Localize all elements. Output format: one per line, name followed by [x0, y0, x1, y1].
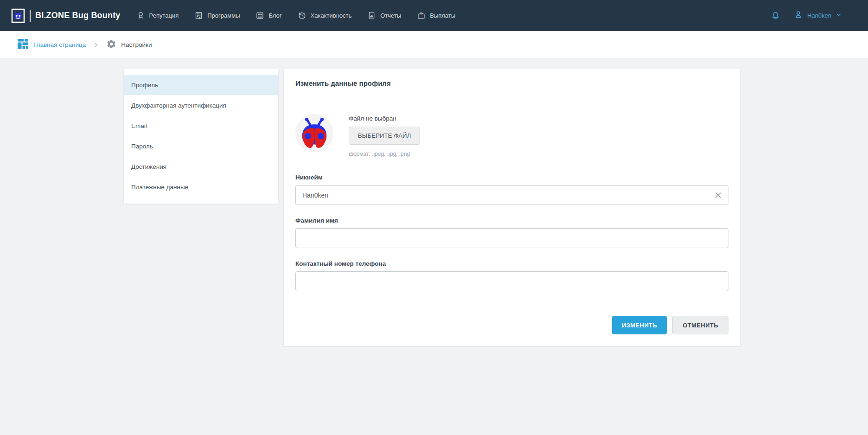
nav-item-payouts[interactable]: Выплаты: [417, 11, 455, 20]
fullname-label: Фамилия имя: [295, 217, 728, 224]
nickname-label: Никнейм: [295, 174, 728, 181]
file-format-hint: формат: .jpeg, .jpg, .png: [349, 151, 420, 157]
choose-file-button[interactable]: ВЫБЕРИТЕ ФАЙЛ: [349, 127, 420, 145]
newspaper-icon: [255, 11, 264, 20]
settings-layout: Профиль Двухфакторная аутентификация Ema…: [124, 69, 740, 346]
bug-logo-icon: [11, 8, 25, 23]
main-nav: Репутация Программы: [136, 11, 456, 20]
history-icon: [298, 11, 306, 20]
user-icon: [793, 10, 803, 21]
sidebar-item-payment-data[interactable]: Платежные данные: [124, 177, 278, 197]
submit-button[interactable]: ИЗМЕНИТЬ: [612, 316, 667, 334]
chevron-right-icon: [93, 42, 99, 48]
medal-icon: [136, 11, 145, 20]
dashboard-grid-icon: [17, 38, 29, 51]
nav-item-hacktivity[interactable]: Хакактивность: [298, 11, 352, 20]
file-upload-controls: Файл не выбран ВЫБЕРИТЕ ФАЙЛ формат: .jp…: [349, 114, 420, 157]
cancel-button[interactable]: ОТМЕНИТЬ: [672, 316, 728, 334]
sidebar-item-2fa[interactable]: Двухфакторная аутентификация: [124, 95, 278, 115]
brand-title: BI.ZONE Bug Bounty: [35, 11, 121, 20]
avatar-upload-row: Файл не выбран ВЫБЕРИТЕ ФАЙЛ формат: .jp…: [295, 114, 728, 157]
breadcrumb-home-label: Главная страница: [33, 41, 86, 48]
profile-settings-card: Изменить данные профиля: [284, 69, 740, 346]
profile-form: Файл не выбран ВЫБЕРИТЕ ФАЙЛ формат: .jp…: [284, 98, 740, 346]
phone-input[interactable]: [295, 271, 728, 291]
building-icon: [194, 11, 203, 20]
breadcrumb-home-link[interactable]: Главная страница: [17, 38, 86, 51]
sidebar-item-achievements[interactable]: Достижения: [124, 156, 278, 177]
top-navbar: BI.ZONE Bug Bounty Репутация: [0, 0, 868, 31]
settings-sidebar: Профиль Двухфакторная аутентификация Ema…: [124, 69, 278, 204]
nav-item-blog[interactable]: Блог: [255, 11, 281, 20]
breadcrumb: Главная страница Настройки: [0, 31, 868, 59]
nav-item-programs[interactable]: Программы: [194, 11, 240, 20]
chevron-down-icon: [836, 12, 842, 20]
fullname-input[interactable]: [295, 228, 728, 248]
nav-label: Выплаты: [430, 12, 455, 19]
phone-field-group: Контактный номер телефона: [295, 260, 728, 291]
nickname-field-group: Никнейм: [295, 174, 728, 205]
nav-label: Блог: [268, 12, 281, 19]
nav-label: Хакактивность: [311, 12, 352, 19]
nav-item-reports[interactable]: Отчеты: [367, 11, 401, 20]
gear-icon: [106, 39, 116, 51]
navbar-right: Han0ken: [771, 10, 842, 21]
clear-nickname-icon[interactable]: [713, 190, 724, 201]
sidebar-item-email[interactable]: Email: [124, 115, 278, 136]
username: Han0ken: [807, 12, 831, 19]
report-icon: [367, 11, 376, 20]
breadcrumb-current-label: Настройки: [121, 41, 152, 48]
briefcase-icon: [417, 11, 426, 20]
card-title: Изменить данные профиля: [284, 69, 740, 98]
bell-icon[interactable]: [771, 11, 780, 20]
user-menu[interactable]: Han0ken: [793, 10, 842, 21]
breadcrumb-current: Настройки: [106, 39, 152, 51]
form-footer: ИЗМЕНИТЬ ОТМЕНИТЬ: [295, 311, 728, 334]
brand-logo[interactable]: BI.ZONE Bug Bounty: [11, 8, 121, 23]
sidebar-item-password[interactable]: Пароль: [124, 136, 278, 156]
nav-label: Репутация: [149, 12, 179, 19]
fullname-field-group: Фамилия имя: [295, 217, 728, 248]
logo-divider: [30, 10, 31, 22]
nav-item-reputation[interactable]: Репутация: [136, 11, 179, 20]
ladybug-avatar: [295, 114, 333, 152]
nickname-input[interactable]: [295, 185, 728, 205]
phone-label: Контактный номер телефона: [295, 260, 728, 267]
nav-label: Программы: [207, 12, 240, 19]
file-status-text: Файл не выбран: [349, 115, 420, 122]
sidebar-item-profile[interactable]: Профиль: [124, 75, 278, 95]
nav-label: Отчеты: [380, 12, 401, 19]
